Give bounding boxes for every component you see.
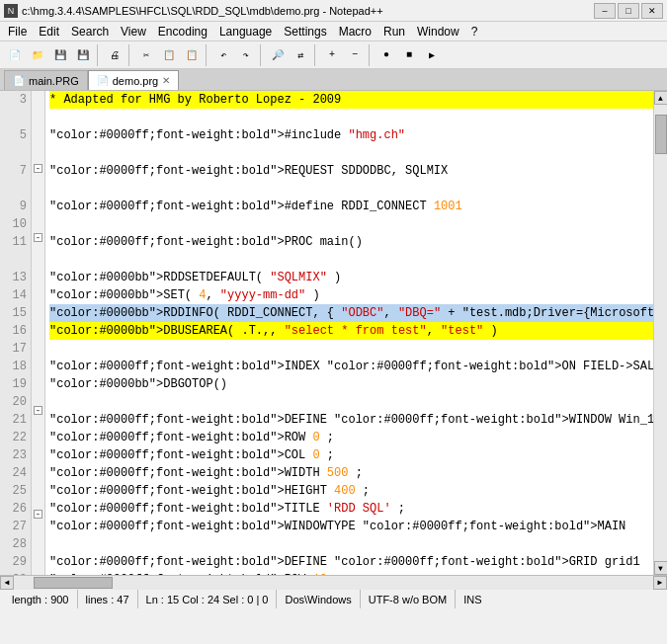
code-line: "color:#0000ff;font-weight:bold">DEFINE … [49, 553, 653, 571]
toolbar-separator-4 [260, 44, 264, 66]
line-number: 21 [4, 411, 27, 429]
menu-file[interactable]: File [2, 24, 33, 40]
fold-indicator [32, 523, 44, 541]
code-line: "color:#0000ff;font-weight:bold">REQUEST… [49, 162, 653, 180]
fold-indicator[interactable]: - [32, 229, 44, 247]
print-button[interactable]: 🖨 [104, 44, 125, 66]
line-number: 7 [4, 162, 27, 180]
new-button[interactable]: 📄 [4, 44, 26, 66]
zoom-out-button[interactable]: − [344, 44, 366, 66]
macro-record-button[interactable]: ● [375, 44, 397, 66]
horizontal-scrollbar[interactable]: ◀ ▶ [0, 575, 667, 589]
fold-column: ---- [32, 91, 45, 575]
save-all-button[interactable]: 💾 [72, 44, 94, 66]
replace-button[interactable]: ⇄ [290, 44, 311, 66]
toolbar-separator-1 [97, 44, 101, 66]
cut-button[interactable]: ✂ [135, 44, 157, 66]
fold-indicator [32, 351, 44, 368]
code-line [49, 340, 653, 358]
code-line: "color:#0000ff;font-weight:bold">ROW 10 [49, 571, 653, 575]
fold-indicator [32, 454, 44, 472]
line-number: 14 [4, 286, 27, 304]
copy-button[interactable]: 📋 [158, 44, 180, 66]
macro-stop-button[interactable]: ■ [398, 44, 420, 66]
scroll-right-button[interactable]: ▶ [653, 576, 667, 590]
line-number: 18 [4, 358, 27, 375]
fold-indicator [32, 91, 44, 109]
menu-encoding[interactable]: Encoding [152, 24, 213, 40]
menu-bar: FileEditSearchViewEncodingLanguageSettin… [0, 22, 667, 41]
line-number: 26 [4, 500, 27, 518]
code-line [49, 215, 653, 233]
menu-?[interactable]: ? [465, 24, 484, 40]
line-number: 9 [4, 198, 27, 215]
menu-macro[interactable]: Macro [333, 24, 377, 40]
find-button[interactable]: 🔎 [267, 44, 289, 66]
zoom-in-button[interactable]: + [321, 44, 343, 66]
status-position: Ln : 15 Col : 24 Sel : 0 | 0 [138, 590, 278, 608]
line-number: 15 [4, 304, 27, 322]
line-number: 23 [4, 446, 27, 464]
code-area[interactable]: * Adapted for HMG by Roberto Lopez - 200… [45, 91, 653, 575]
open-button[interactable]: 📁 [27, 44, 48, 66]
menu-window[interactable]: Window [411, 24, 465, 40]
status-line-ending: Dos\Windows [277, 590, 360, 608]
code-line: "color:#0000ff;font-weight:bold">#define… [49, 198, 653, 215]
line-numbers: 3579101113141516171819202122232425262728… [0, 91, 32, 575]
fold-indicator[interactable]: - [32, 402, 44, 420]
save-button[interactable]: 💾 [49, 44, 71, 66]
close-button[interactable]: ✕ [641, 3, 663, 19]
menu-search[interactable]: Search [65, 24, 115, 40]
fold-indicator [32, 540, 44, 558]
hscroll-thumb[interactable] [34, 577, 113, 589]
macro-play-button[interactable]: ▶ [421, 44, 443, 66]
maximize-button[interactable]: □ [618, 3, 639, 19]
scroll-left-button[interactable]: ◀ [0, 576, 14, 590]
title-bar: N c:\hmg.3.4.4\SAMPLES\HFCL\SQL\RDD_SQL\… [0, 0, 667, 22]
toolbar-separator-3 [206, 44, 209, 66]
line-number: 5 [4, 126, 27, 144]
code-line: "color:#0000ff;font-weight:bold">TITLE '… [49, 500, 653, 518]
fold-indicator [32, 437, 44, 454]
code-line [49, 109, 653, 126]
scroll-up-button[interactable]: ▲ [654, 91, 668, 105]
menu-settings[interactable]: Settings [278, 24, 332, 40]
fold-indicator [32, 282, 44, 299]
code-line: "color:#0000bb">SET( 4, "yyyy-mm-dd" ) [49, 286, 653, 304]
scroll-thumb[interactable] [655, 115, 667, 154]
code-line: "color:#0000ff;font-weight:bold">DEFINE … [49, 411, 653, 429]
status-bar: length : 900 lines : 47 Ln : 15 Col : 24… [0, 589, 667, 608]
fold-indicator[interactable]: - [32, 506, 44, 523]
fold-indicator[interactable]: - [32, 160, 44, 178]
menu-run[interactable]: Run [377, 24, 411, 40]
fold-indicator [32, 333, 44, 351]
fold-indicator [32, 178, 44, 196]
redo-button[interactable]: ↷ [235, 44, 257, 66]
undo-button[interactable]: ↶ [212, 44, 234, 66]
menu-language[interactable]: Language [213, 24, 278, 40]
tab-demo-prg[interactable]: 📄demo.prg ✕ [88, 70, 179, 90]
toolbar-separator-2 [128, 44, 132, 66]
fold-indicator [32, 471, 44, 489]
toolbar-separator-6 [369, 44, 373, 66]
hscroll-track[interactable] [14, 576, 653, 590]
code-line: "color:#0000ff;font-weight:bold">COL 0 ; [49, 446, 653, 464]
menu-view[interactable]: View [115, 24, 152, 40]
line-number [4, 144, 27, 162]
tab-main-PRG[interactable]: 📄main.PRG [4, 70, 88, 90]
fold-indicator [32, 298, 44, 316]
fold-indicator [32, 143, 44, 161]
tab-close-button[interactable]: ✕ [162, 75, 170, 86]
vertical-scrollbar[interactable]: ▲ ▼ [653, 91, 667, 575]
scroll-track[interactable] [654, 105, 668, 561]
line-number: 20 [4, 393, 27, 411]
toolbar-separator-5 [314, 44, 318, 66]
scroll-down-button[interactable]: ▼ [654, 561, 668, 575]
menu-edit[interactable]: Edit [33, 24, 65, 40]
code-line: "color:#0000ff;font-weight:bold">WINDOWT… [49, 518, 653, 535]
toolbar: 📄 📁 💾 💾 🖨 ✂ 📋 📋 ↶ ↷ 🔎 ⇄ + − ● ■ ▶ [0, 41, 667, 69]
tab-label: demo.prg [113, 75, 158, 87]
minimize-button[interactable]: – [594, 3, 616, 19]
paste-button[interactable]: 📋 [181, 44, 203, 66]
fold-indicator [32, 367, 44, 385]
